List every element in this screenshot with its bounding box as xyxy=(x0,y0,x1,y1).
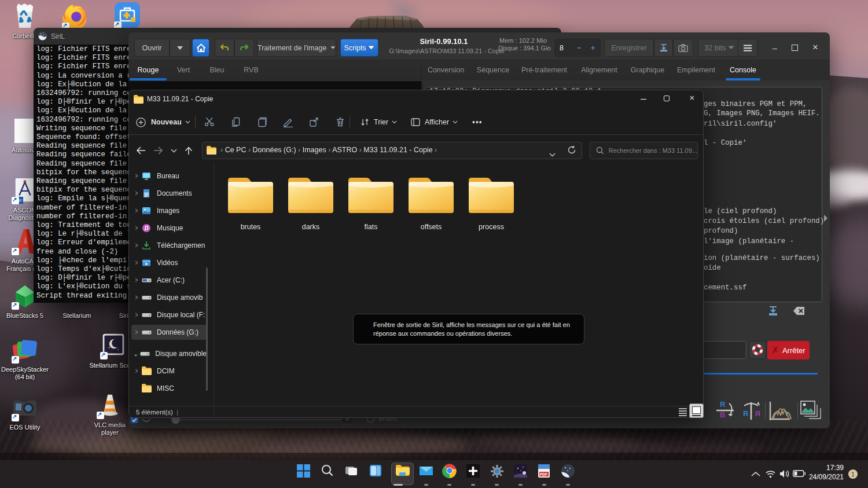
svg-text:offsets: offsets xyxy=(421,223,442,231)
svg-text:process: process xyxy=(479,223,504,231)
svg-text:R: R xyxy=(755,409,760,418)
svg-text:darks: darks xyxy=(302,223,320,231)
svg-text:R: R xyxy=(743,409,749,418)
svg-text:B: B xyxy=(720,410,725,419)
svg-text:R: R xyxy=(720,400,726,409)
svg-text:flats: flats xyxy=(365,223,378,231)
svg-text:brutes: brutes xyxy=(241,223,261,231)
svg-text:PDF: PDF xyxy=(540,472,547,476)
